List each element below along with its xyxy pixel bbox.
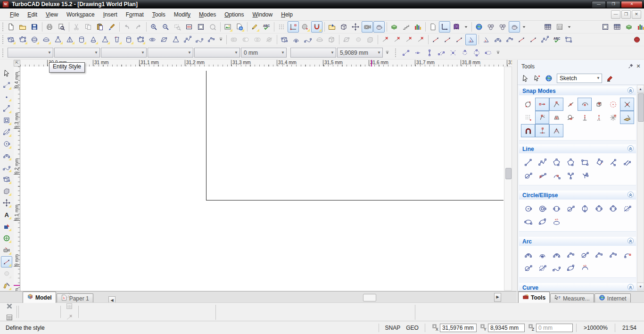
zoom-window-icon[interactable] bbox=[183, 21, 195, 33]
snap-quadrant-icon[interactable] bbox=[592, 98, 606, 111]
geo-toggle[interactable]: GEO bbox=[403, 325, 421, 331]
text-tool-icon[interactable]: A bbox=[1, 209, 12, 220]
menu-workspace[interactable]: Workspace bbox=[62, 9, 99, 20]
new-file-icon[interactable] bbox=[5, 21, 17, 33]
select-segment-icon[interactable] bbox=[412, 47, 423, 58]
arc-tan-point-icon[interactable] bbox=[521, 261, 535, 275]
circle-center-radius-icon[interactable] bbox=[521, 202, 535, 215]
no-snap-icon[interactable] bbox=[521, 98, 535, 111]
snap-grid-point-icon[interactable] bbox=[606, 98, 620, 111]
mesh-3d-icon[interactable] bbox=[158, 34, 170, 45]
menu-tools[interactable]: Tools bbox=[148, 9, 170, 20]
sweep-icon[interactable] bbox=[302, 34, 314, 45]
snap-workplane-icon[interactable] bbox=[620, 111, 634, 124]
snap-magnetic-icon[interactable] bbox=[521, 124, 535, 137]
circle-tan-tan-tan-icon[interactable] bbox=[606, 202, 620, 215]
pen-pattern-combo[interactable]: ▼ bbox=[101, 48, 147, 58]
zoom-out-icon[interactable] bbox=[160, 21, 171, 33]
pan-view-icon[interactable] bbox=[350, 21, 361, 33]
menu-edit[interactable]: Edit bbox=[23, 9, 41, 20]
more-grid-icon[interactable] bbox=[566, 21, 573, 33]
sphere-3d-icon[interactable] bbox=[29, 34, 40, 45]
snap-vertex-icon[interactable] bbox=[549, 98, 563, 111]
line-perpendicular-icon[interactable] bbox=[606, 156, 620, 169]
menu-insert[interactable]: Insert bbox=[99, 9, 122, 20]
toolbar-grip[interactable] bbox=[2, 49, 6, 57]
snap-face-vertex-icon[interactable] bbox=[535, 111, 549, 124]
toolbar-grip[interactable] bbox=[395, 49, 398, 57]
fill-tool-icon[interactable] bbox=[1, 221, 12, 232]
close-inspector-icon[interactable] bbox=[4, 301, 15, 312]
camera-view-icon[interactable] bbox=[362, 21, 373, 33]
select-arc-icon[interactable] bbox=[471, 47, 482, 58]
line-branch-2-icon[interactable] bbox=[578, 169, 592, 182]
paste-icon[interactable] bbox=[94, 21, 106, 33]
spell-check-icon[interactable]: ABC bbox=[261, 21, 272, 33]
collapse-section-icon[interactable] bbox=[627, 87, 634, 95]
select-parallel-icon[interactable] bbox=[436, 47, 447, 58]
tab-model[interactable]: Model bbox=[23, 292, 56, 303]
line-arc-tangent-icon[interactable] bbox=[549, 169, 563, 182]
toolbar-grip[interactable] bbox=[2, 23, 3, 31]
circle-3-point-icon[interactable] bbox=[592, 202, 606, 215]
arc-concentric-icon[interactable] bbox=[535, 248, 549, 261]
line-rectangle-icon[interactable] bbox=[578, 156, 592, 169]
dimension-parallel-icon[interactable] bbox=[454, 34, 465, 45]
point-tool-icon[interactable] bbox=[1, 91, 12, 102]
maximize-button[interactable]: ❐ bbox=[606, 1, 620, 8]
publish-icon[interactable] bbox=[234, 21, 245, 33]
view-3d-icon[interactable] bbox=[338, 21, 349, 33]
magnetic-snap-icon[interactable] bbox=[311, 21, 322, 33]
zoom-in-icon[interactable] bbox=[148, 21, 159, 33]
delete-feature-icon[interactable] bbox=[415, 34, 426, 45]
horizontal-scrollbar-thumb[interactable] bbox=[363, 294, 376, 301]
snap-toggle[interactable]: SNAP bbox=[382, 325, 404, 331]
ellipse-rotated-icon[interactable] bbox=[535, 215, 549, 228]
snap-arc-center-icon[interactable] bbox=[578, 98, 592, 111]
snap-aperture-icon[interactable] bbox=[549, 124, 563, 137]
horizontal-ruler[interactable]: 30,9 mm31 mm31,1 mm31,2 mm31,3 mm31,4 mm… bbox=[20, 60, 512, 67]
materials-icon[interactable] bbox=[497, 21, 508, 33]
cylinder-3d-icon[interactable] bbox=[76, 34, 87, 45]
circle-tangent-point-icon[interactable] bbox=[578, 202, 592, 215]
pen-color-combo[interactable]: ▼ bbox=[8, 48, 53, 58]
entity-style-button-icon[interactable] bbox=[604, 73, 615, 84]
format-bars-icon[interactable] bbox=[412, 21, 423, 33]
palette-tab-internet[interactable]: Internet bbox=[594, 293, 631, 303]
delete-face-icon[interactable] bbox=[380, 34, 391, 45]
text-height-combo[interactable]: 5,9089 mm▼ bbox=[337, 48, 383, 58]
ellipse-icon[interactable] bbox=[521, 215, 535, 228]
property-table-icon[interactable] bbox=[554, 21, 565, 33]
arc-tool-icon[interactable] bbox=[1, 150, 12, 161]
menu-modes[interactable]: Modes bbox=[195, 9, 220, 20]
mdi-minimize-button[interactable]: — bbox=[611, 10, 620, 19]
line-parallel-icon[interactable] bbox=[620, 156, 634, 169]
circle-concentric-icon[interactable] bbox=[535, 202, 549, 215]
angle-tool-icon[interactable] bbox=[480, 34, 492, 45]
new-page-icon[interactable] bbox=[427, 21, 438, 33]
toolbar-overflow-icon[interactable] bbox=[495, 47, 502, 58]
snap-vertical-icon[interactable] bbox=[578, 111, 592, 124]
select-ellipse-icon[interactable] bbox=[483, 47, 494, 58]
tolerance-dim-icon[interactable]: ABC bbox=[551, 34, 562, 45]
rod-3d-icon[interactable] bbox=[123, 34, 134, 45]
arc-1-3-2-icon[interactable] bbox=[606, 248, 620, 261]
snap-tool-icon[interactable] bbox=[299, 21, 311, 33]
circle-tan-line-point-icon[interactable] bbox=[620, 202, 634, 215]
arc-center-radius-icon[interactable] bbox=[521, 248, 535, 261]
line-single-icon[interactable] bbox=[521, 156, 535, 169]
spline-3d-icon[interactable] bbox=[194, 34, 205, 45]
prism-3d-icon[interactable] bbox=[99, 34, 111, 45]
close-button[interactable]: ✕ bbox=[621, 1, 643, 8]
app-icon[interactable]: tc bbox=[2, 1, 9, 8]
more-render-icon[interactable] bbox=[520, 21, 528, 33]
coordinate-y-field[interactable]: 8,9345 mm bbox=[488, 324, 525, 332]
hatch-tool-icon[interactable] bbox=[1, 126, 12, 138]
collapse-section-icon[interactable] bbox=[627, 284, 634, 292]
palette-select-icon[interactable] bbox=[520, 73, 531, 84]
arc-rotated-icon[interactable] bbox=[563, 261, 578, 275]
drawing-line-vertical[interactable] bbox=[206, 71, 206, 200]
line-branch-icon[interactable] bbox=[563, 169, 578, 182]
render-view-icon[interactable] bbox=[373, 21, 385, 33]
lights-icon[interactable] bbox=[485, 21, 496, 33]
